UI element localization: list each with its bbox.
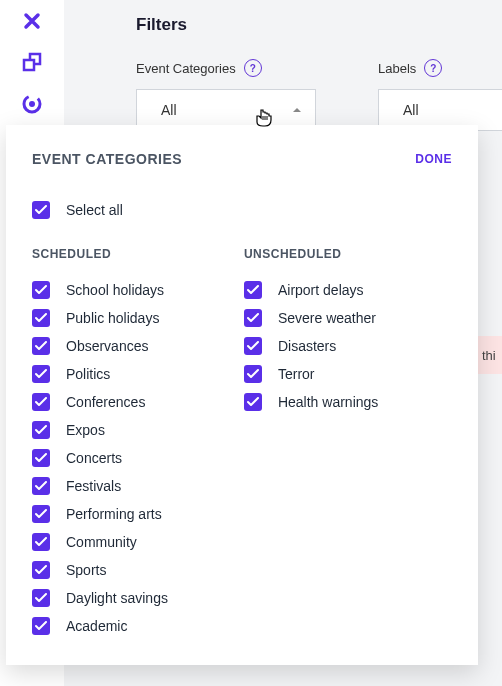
category-label: Observances <box>66 338 148 354</box>
category-label: Terror <box>278 366 315 382</box>
select-all-label: Select all <box>66 202 123 218</box>
category-checkbox[interactable] <box>244 309 262 327</box>
scheduled-heading: SCHEDULED <box>32 247 168 261</box>
checkmark-icon <box>35 509 47 519</box>
dropdown-value: All <box>161 102 177 118</box>
category-checkbox[interactable] <box>32 505 50 523</box>
svg-rect-1 <box>24 60 34 70</box>
checkmark-icon <box>247 313 259 323</box>
layers-icon <box>21 52 43 74</box>
category-label: Public holidays <box>66 310 159 326</box>
dropdown-value: All <box>403 102 419 118</box>
close-icon <box>22 11 42 31</box>
category-label: Daylight savings <box>66 590 168 606</box>
filter-label-labels: Labels ? <box>378 59 502 77</box>
category-label: School holidays <box>66 282 164 298</box>
sidebar-item-layers[interactable] <box>12 43 52 83</box>
checkmark-icon <box>35 537 47 547</box>
category-item[interactable]: Expos <box>32 421 168 439</box>
checkmark-icon <box>35 285 47 295</box>
sidebar-item-close[interactable] <box>12 1 52 41</box>
category-checkbox[interactable] <box>244 337 262 355</box>
category-columns: SCHEDULED School holidaysPublic holidays… <box>32 247 452 635</box>
category-checkbox[interactable] <box>32 533 50 551</box>
category-label: Academic <box>66 618 127 634</box>
category-checkbox[interactable] <box>244 365 262 383</box>
category-item[interactable]: Airport delays <box>244 281 378 299</box>
category-item[interactable]: Performing arts <box>32 505 168 523</box>
category-item[interactable]: Politics <box>32 365 168 383</box>
svg-point-3 <box>29 101 35 107</box>
category-checkbox[interactable] <box>244 393 262 411</box>
category-label: Severe weather <box>278 310 376 326</box>
filter-group-labels: Labels ? All <box>378 59 502 131</box>
category-item[interactable]: Severe weather <box>244 309 378 327</box>
help-icon[interactable]: ? <box>244 59 262 77</box>
checkmark-icon <box>35 205 47 215</box>
category-checkbox[interactable] <box>32 477 50 495</box>
checkmark-icon <box>247 285 259 295</box>
category-checkbox[interactable] <box>32 421 50 439</box>
obscured-text: thi <box>482 348 496 363</box>
category-item[interactable]: Sports <box>32 561 168 579</box>
checkmark-icon <box>35 425 47 435</box>
category-checkbox[interactable] <box>32 589 50 607</box>
checkmark-icon <box>35 565 47 575</box>
done-button[interactable]: DONE <box>415 152 452 166</box>
scheduled-list: School holidaysPublic holidaysObservance… <box>32 281 168 635</box>
category-label: Expos <box>66 422 105 438</box>
category-label: Concerts <box>66 450 122 466</box>
left-sidebar <box>0 0 64 125</box>
category-item[interactable]: Terror <box>244 365 378 383</box>
category-label: Performing arts <box>66 506 162 522</box>
filter-group-categories: Event Categories ? All <box>136 59 316 131</box>
category-item[interactable]: Health warnings <box>244 393 378 411</box>
category-item[interactable]: Concerts <box>32 449 168 467</box>
filter-label-text: Event Categories <box>136 61 236 76</box>
select-all-row[interactable]: Select all <box>32 201 452 219</box>
checkmark-icon <box>35 453 47 463</box>
category-checkbox[interactable] <box>32 281 50 299</box>
checkmark-icon <box>247 397 259 407</box>
category-checkbox[interactable] <box>32 309 50 327</box>
category-checkbox[interactable] <box>32 449 50 467</box>
checkmark-icon <box>247 341 259 351</box>
checkmark-icon <box>35 621 47 631</box>
event-categories-popover: EVENT CATEGORIES DONE Select all SCHEDUL… <box>6 125 478 665</box>
category-label: Disasters <box>278 338 336 354</box>
category-checkbox[interactable] <box>32 617 50 635</box>
help-icon[interactable]: ? <box>424 59 442 77</box>
unscheduled-heading: UNSCHEDULED <box>244 247 378 261</box>
target-icon <box>21 93 43 115</box>
category-item[interactable]: Daylight savings <box>32 589 168 607</box>
category-item[interactable]: Conferences <box>32 393 168 411</box>
checkmark-icon <box>35 593 47 603</box>
filter-label-categories: Event Categories ? <box>136 59 316 77</box>
category-checkbox[interactable] <box>32 337 50 355</box>
popover-title: EVENT CATEGORIES <box>32 151 182 167</box>
category-item[interactable]: Disasters <box>244 337 378 355</box>
category-checkbox[interactable] <box>32 561 50 579</box>
unscheduled-column: UNSCHEDULED Airport delaysSevere weather… <box>244 247 378 635</box>
checkmark-icon <box>35 397 47 407</box>
category-item[interactable]: School holidays <box>32 281 168 299</box>
category-checkbox[interactable] <box>32 365 50 383</box>
select-all-checkbox[interactable] <box>32 201 50 219</box>
checkmark-icon <box>35 481 47 491</box>
checkmark-icon <box>35 341 47 351</box>
checkmark-icon <box>247 369 259 379</box>
category-item[interactable]: Public holidays <box>32 309 168 327</box>
category-item[interactable]: Community <box>32 533 168 551</box>
category-label: Airport delays <box>278 282 364 298</box>
filters-title: Filters <box>136 15 502 35</box>
category-checkbox[interactable] <box>244 281 262 299</box>
filter-label-text: Labels <box>378 61 416 76</box>
sidebar-item-target[interactable] <box>12 84 52 124</box>
category-checkbox[interactable] <box>32 393 50 411</box>
category-item[interactable]: Academic <box>32 617 168 635</box>
checkmark-icon <box>35 313 47 323</box>
category-item[interactable]: Observances <box>32 337 168 355</box>
category-label: Festivals <box>66 478 121 494</box>
unscheduled-list: Airport delaysSevere weatherDisastersTer… <box>244 281 378 411</box>
category-item[interactable]: Festivals <box>32 477 168 495</box>
